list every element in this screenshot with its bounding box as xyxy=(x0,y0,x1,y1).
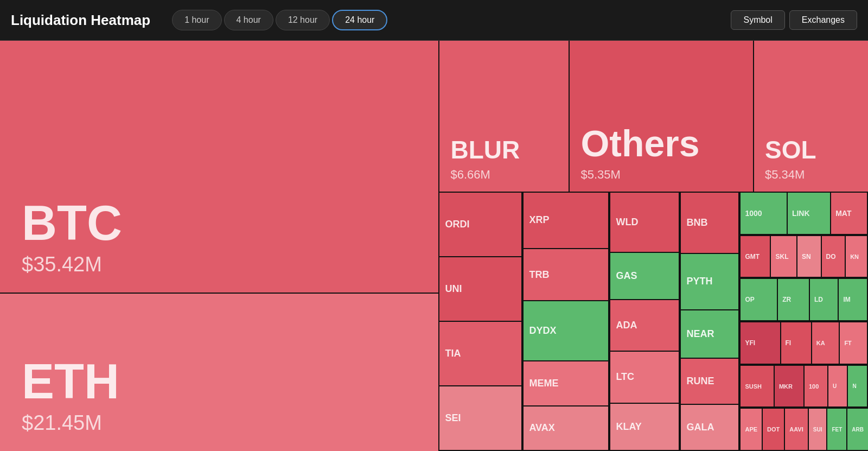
klay-cell[interactable]: KLAY xyxy=(610,404,680,451)
ka-cell[interactable]: KA xyxy=(812,322,840,365)
trb-cell[interactable]: TRB xyxy=(524,249,609,302)
grid-col-4: BNB PYTH NEAR RUNE GALA xyxy=(681,193,741,451)
grid-col-2: XRP TRB DYDX MEME AVAX xyxy=(524,193,610,451)
filter-12hour[interactable]: 12 hour xyxy=(276,10,330,30)
avax-cell[interactable]: AVAX xyxy=(524,406,609,451)
gmt-cell[interactable]: GMT xyxy=(741,236,771,278)
fi-cell[interactable]: FI xyxy=(781,322,812,365)
eth-name: ETH xyxy=(22,357,417,406)
mat-cell[interactable]: MAT xyxy=(831,193,868,235)
tiny-row-6: APE DOT AAVI SUI FET ARB xyxy=(741,409,868,451)
im-cell[interactable]: IM xyxy=(839,279,868,321)
others-name: Others xyxy=(580,122,742,164)
ada-cell[interactable]: ADA xyxy=(610,300,680,352)
filter-1hour[interactable]: 1 hour xyxy=(172,10,221,30)
yfi-cell[interactable]: YFI xyxy=(741,322,781,365)
btc-value: $35.42M xyxy=(22,253,417,276)
blur-cell[interactable]: BLUR $6.66M xyxy=(439,41,570,192)
tiny-row-2: GMT SKL SN DO KN xyxy=(741,236,868,280)
tiny-row-5: SUSH MKR 100 U N xyxy=(741,366,868,409)
eth-value: $21.45M xyxy=(22,411,417,435)
tia-cell[interactable]: TIA xyxy=(439,322,522,386)
rune-cell[interactable]: RUNE xyxy=(681,359,739,405)
nn-cell[interactable]: N xyxy=(848,366,868,408)
sui-cell[interactable]: SUI xyxy=(809,409,828,451)
sei-cell[interactable]: SEI xyxy=(439,386,522,451)
btc-name: BTC xyxy=(22,199,417,247)
arb-cell[interactable]: ARB xyxy=(847,409,868,451)
sol-name: SOL xyxy=(765,135,857,164)
dot-cell[interactable]: DOT xyxy=(763,409,785,451)
fet-cell[interactable]: FET xyxy=(827,409,847,451)
zr-cell[interactable]: ZR xyxy=(778,279,810,321)
xrp-cell[interactable]: XRP xyxy=(524,193,609,249)
ld-cell[interactable]: LD xyxy=(810,279,839,321)
kn-cell[interactable]: KN xyxy=(846,236,868,278)
u-cell[interactable]: U xyxy=(828,366,848,408)
grid-section: ORDI UNI TIA SEI XRP TRB xyxy=(439,193,868,451)
left-section: BTC $35.42M ETH $21.45M xyxy=(0,41,439,451)
sn-cell[interactable]: SN xyxy=(797,236,822,278)
ft-cell[interactable]: FT xyxy=(840,322,868,365)
ltc-cell[interactable]: LTC xyxy=(610,352,680,403)
bnb-cell[interactable]: BNB xyxy=(681,193,739,254)
k1000-cell[interactable]: 1000 xyxy=(741,193,787,235)
grid-col-3: WLD GAS ADA LTC KLAY xyxy=(610,193,681,451)
tiny-row-3: OP ZR LD IM xyxy=(741,279,868,322)
others-cell[interactable]: Others $5.35M xyxy=(570,41,754,192)
ordi-cell[interactable]: ORDI xyxy=(439,193,522,257)
aavi-cell[interactable]: AAVI xyxy=(785,409,808,451)
sush-cell[interactable]: SUSH xyxy=(741,366,774,408)
sol-cell[interactable]: SOL $5.34M xyxy=(754,41,868,192)
app-title: Liquidation Heatmap xyxy=(11,12,150,29)
blur-name: BLUR xyxy=(450,135,558,164)
exchanges-button[interactable]: Exchanges xyxy=(789,10,857,30)
right-buttons: Symbol Exchanges xyxy=(731,10,857,30)
grid-col-1: ORDI UNI TIA SEI xyxy=(439,193,524,451)
tiny-row-4: YFI FI KA FT xyxy=(741,322,868,366)
skl-cell[interactable]: SKL xyxy=(771,236,797,278)
symbol-button[interactable]: Symbol xyxy=(731,10,784,30)
filter-4hour[interactable]: 4 hour xyxy=(224,10,273,30)
op-cell[interactable]: OP xyxy=(741,279,778,321)
heatmap: BTC $35.42M ETH $21.45M BLUR $6.66M Othe… xyxy=(0,41,868,451)
do-cell[interactable]: DO xyxy=(822,236,846,278)
time-filter-group: 1 hour 4 hour 12 hour 24 hour xyxy=(172,10,731,30)
header: Liquidation Heatmap 1 hour 4 hour 12 hou… xyxy=(0,0,868,41)
right-section: BLUR $6.66M Others $5.35M SOL $5.34M ORD… xyxy=(439,41,868,451)
uni-cell[interactable]: UNI xyxy=(439,257,522,322)
pyth-cell[interactable]: PYTH xyxy=(681,254,739,311)
blur-value: $6.66M xyxy=(450,168,558,182)
ape-cell[interactable]: APE xyxy=(741,409,763,451)
filter-24hour[interactable]: 24 hour xyxy=(332,10,387,30)
n100-cell[interactable]: 100 xyxy=(805,366,828,408)
tiny-row-1: 1000 LINK MAT xyxy=(741,193,868,236)
eth-cell[interactable]: ETH $21.45M xyxy=(0,294,438,451)
gala-cell[interactable]: GALA xyxy=(681,405,739,451)
right-tiny-area: 1000 LINK MAT GMT SKL xyxy=(741,193,868,451)
btc-cell[interactable]: BTC $35.42M xyxy=(0,41,438,294)
link-cell[interactable]: LINK xyxy=(788,193,831,235)
top-row: BLUR $6.66M Others $5.35M SOL $5.34M xyxy=(439,41,868,193)
wld-cell[interactable]: WLD xyxy=(610,193,680,253)
gas-cell[interactable]: GAS xyxy=(610,253,680,300)
mkr-cell[interactable]: MKR xyxy=(775,366,805,408)
sol-value: $5.34M xyxy=(765,168,857,182)
meme-cell[interactable]: MEME xyxy=(524,361,609,406)
others-value: $5.35M xyxy=(580,168,742,182)
near-cell[interactable]: NEAR xyxy=(681,310,739,359)
dydx-cell[interactable]: DYDX xyxy=(524,301,609,361)
